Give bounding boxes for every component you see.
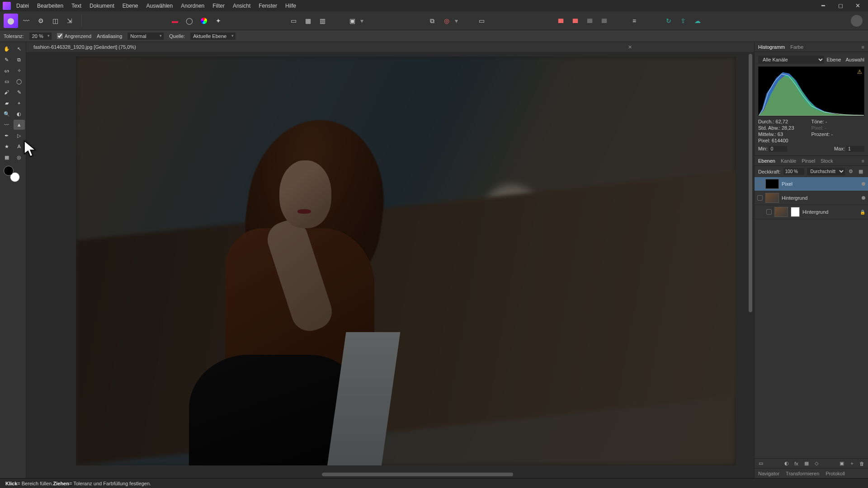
group-icon[interactable]: ▣ [838,460,845,467]
target-icon[interactable]: ◎ [440,14,453,27]
clone-tool[interactable]: ⌖ [14,98,25,108]
autocolor-icon[interactable]: ✦ [212,14,225,27]
erase-tool[interactable]: ▰ [1,98,13,108]
minimize-button[interactable]: ━ [816,1,831,11]
hand-tool[interactable]: ✋ [1,44,13,54]
tab-transform[interactable]: Transformieren [786,471,819,476]
tab-layers[interactable]: Ebenen [758,158,775,164]
menu-fenster[interactable]: Fenster [259,3,277,9]
menu-text[interactable]: Text [71,3,81,9]
layer-opts-icon[interactable]: ▦ [857,168,864,175]
color-wheel-icon[interactable] [198,14,210,27]
tab-brush[interactable]: Pinsel [802,158,815,164]
move-tool[interactable]: ↖ [14,44,25,54]
eye-dropper-tool[interactable]: ◎ [14,152,25,162]
menu-filter[interactable]: Filter [212,3,225,9]
horizontal-scrollbar[interactable] [62,472,745,477]
zoom-tool[interactable]: 🔍 [1,109,13,119]
selection-add-icon[interactable]: ▦ [302,14,314,27]
dodge-tool[interactable]: ◐ [14,109,25,119]
sync-add-icon[interactable]: ↻ [662,14,675,27]
arrange-bwd-icon[interactable]: ⯀ [598,14,611,27]
sync-cloud-icon[interactable]: ☁ [691,14,704,27]
scope-selection[interactable]: Auswahl [845,57,864,62]
menu-hilfe[interactable]: Hilfe [285,3,296,9]
antialias-label[interactable]: Antialiasing [97,33,122,39]
selection-brush-tool[interactable]: ᔕ [1,66,13,75]
arrange-back-icon[interactable]: ⯀ [569,14,582,27]
selection-new-icon[interactable]: ▭ [287,14,300,27]
quickmask-icon[interactable]: ▣ [346,14,359,27]
camera-icon[interactable]: ▭ [475,14,488,27]
menu-bearbeiten[interactable]: Bearbeiten [37,3,63,9]
max-input[interactable] [846,146,864,152]
layer-hintergrund-2[interactable]: Hintergrund 🔒 [755,205,868,219]
node-tool[interactable]: ▷ [14,131,25,141]
tolerance-input[interactable]: 20 % [29,33,52,40]
liquify-persona-icon[interactable]: 〰 [20,14,33,27]
close-tab-icon[interactable]: ✕ [628,44,632,50]
arrange-fwd-icon[interactable]: ⯀ [584,14,596,27]
tab-color[interactable]: Farbe [790,44,803,50]
layer-name[interactable]: Pixel [782,181,859,187]
arrange-front-icon[interactable]: ⯀ [555,14,567,27]
account-avatar[interactable] [851,15,863,27]
adjustment-icon[interactable]: ◐ [783,460,790,467]
magic-wand-tool[interactable]: ✧ [14,66,25,75]
freehand-select-tool[interactable]: ◯ [14,76,25,86]
canvas-image[interactable] [76,56,736,465]
marquee-tool[interactable]: ▭ [1,76,13,86]
visibility-toggle[interactable] [766,209,772,215]
layer-fx-icon[interactable]: ⚙ [848,168,855,175]
panel-menu-icon[interactable]: ≡ [862,44,864,50]
align-icon[interactable]: ≡ [628,14,641,27]
tab-navigator[interactable]: Navigator [758,471,779,476]
tab-histogram[interactable]: Histogramm [758,44,785,50]
mask-icon[interactable]: ▭ [757,460,764,467]
lock-icon[interactable]: 🔒 [860,210,865,215]
fill-tool[interactable]: ▲ [14,120,25,130]
tab-channels[interactable]: Kanäle [781,158,796,164]
menu-anordnen[interactable]: Anordnen [181,3,204,9]
live-filter-icon[interactable]: ◇ [813,460,820,467]
menu-ansicht[interactable]: Ansicht [233,3,250,9]
canvas-viewport[interactable] [26,52,754,478]
develop-persona-icon[interactable]: ⚙ [34,14,47,27]
document-tab[interactable]: fashion-6146328_1920.jpg [Geändert] (75,… [30,43,140,51]
layer-mask-thumbnail[interactable] [791,207,800,217]
source-select[interactable]: Aktuelle Ebene [190,33,236,40]
layer-name[interactable]: Hintergrund [782,195,859,201]
opacity-input[interactable] [783,168,804,175]
layer-hintergrund-1[interactable]: Hintergrund [755,191,868,205]
crop-mode-icon[interactable]: ⧉ [426,14,439,27]
selection-subtract-icon[interactable]: ▥ [316,14,329,27]
menu-datei[interactable]: Datei [16,3,29,9]
paint-brush-tool[interactable]: 🖌 [1,87,13,97]
menu-dokument[interactable]: Dokument [90,3,114,9]
layer-blend-select[interactable]: Durchschnitt [807,168,845,175]
add-layer-icon[interactable]: ＋ [848,460,855,467]
visibility-toggle[interactable] [757,181,763,187]
tab-stock[interactable]: Stock [821,158,833,164]
vertical-scrollbar[interactable] [748,53,753,470]
export-persona-icon[interactable]: ⇲ [63,14,76,27]
close-window-button[interactable]: ✕ [850,1,865,11]
channel-select[interactable]: Alle Kanäle [758,56,824,64]
min-input[interactable] [769,146,787,152]
menu-auswaehlen[interactable]: Auswählen [146,3,173,9]
pen-tool[interactable]: ✒ [1,131,13,141]
smudge-tool[interactable]: 〰 [1,120,13,130]
maximize-button[interactable]: ◻ [833,1,848,11]
fx-icon[interactable]: fx [793,460,800,467]
photo-persona-icon[interactable]: ⬤ [4,14,18,28]
visibility-toggle[interactable] [757,195,763,201]
contiguous-checkbox[interactable]: Angrenzend [57,33,91,39]
circle-icon[interactable]: ◯ [183,14,196,27]
pixel-brush-tool[interactable]: ✎ [14,87,25,97]
shape-tool[interactable]: ★ [1,141,13,151]
layer-pixel[interactable]: Pixel [755,177,868,191]
swatch-red-icon[interactable]: ▬ [169,14,181,27]
blend-mode-select[interactable]: Normal [127,33,164,40]
crop-tool[interactable]: ⧉ [14,55,25,65]
fg-color-swatch[interactable] [4,166,14,176]
